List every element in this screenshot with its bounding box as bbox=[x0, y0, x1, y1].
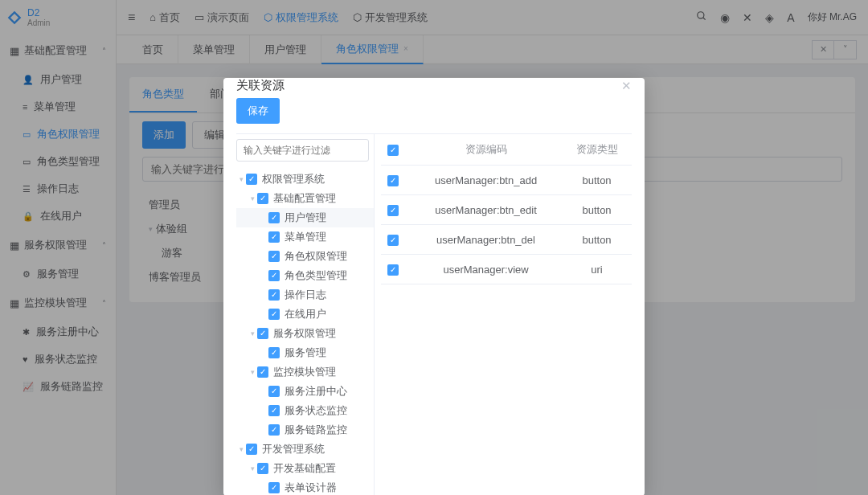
tree-label: 服务链路监控 bbox=[285, 423, 347, 437]
tree-node-0[interactable]: ▾权限管理系统 bbox=[236, 170, 374, 189]
expand-icon[interactable]: ▾ bbox=[248, 194, 257, 202]
resource-table: 资源编码 资源类型 userManager:btn_addbuttonuserM… bbox=[381, 134, 632, 284]
cell-type: uri bbox=[562, 255, 632, 284]
tree-label: 基础配置管理 bbox=[273, 191, 336, 206]
tree-checkbox[interactable] bbox=[257, 328, 268, 339]
tree-checkbox[interactable] bbox=[268, 424, 280, 436]
table-row: userManager:viewuri bbox=[381, 255, 632, 284]
tree-checkbox[interactable] bbox=[268, 309, 280, 320]
tree-node-1[interactable]: ▾基础配置管理 bbox=[236, 189, 374, 208]
tree-label: 菜单管理 bbox=[285, 230, 326, 244]
cell-code: userManager:btn_del bbox=[410, 225, 562, 255]
tree-checkbox[interactable] bbox=[268, 482, 280, 493]
tree-checkbox[interactable] bbox=[268, 212, 280, 223]
tree-checkbox[interactable] bbox=[257, 366, 268, 378]
col-code: 资源编码 bbox=[410, 134, 562, 166]
tree-label: 开发管理系统 bbox=[262, 442, 325, 456]
row-checkbox[interactable] bbox=[387, 205, 399, 216]
tree-node-4[interactable]: ▸角色权限管理 bbox=[236, 247, 374, 266]
row-checkbox[interactable] bbox=[387, 235, 399, 246]
tree-checkbox[interactable] bbox=[268, 231, 280, 243]
cell-type: button bbox=[562, 225, 632, 255]
expand-icon[interactable]: ▾ bbox=[248, 368, 257, 376]
modal: 关联资源 ✕ 保存 ▾权限管理系统▾基础配置管理▸用户管理▸菜单管理▸角色权限管… bbox=[223, 78, 645, 495]
tree-checkbox[interactable] bbox=[257, 463, 268, 474]
tree-checkbox[interactable] bbox=[268, 386, 280, 397]
tree-node-7[interactable]: ▸在线用户 bbox=[236, 305, 374, 324]
row-checkbox[interactable] bbox=[387, 175, 399, 186]
tree-node-13[interactable]: ▸服务链路监控 bbox=[236, 420, 374, 440]
tree-checkbox[interactable] bbox=[268, 347, 280, 358]
expand-icon[interactable]: ▾ bbox=[236, 445, 246, 453]
tree-label: 操作日志 bbox=[285, 288, 326, 302]
modal-title: 关联资源 bbox=[236, 78, 285, 93]
cell-code: userManager:view bbox=[410, 255, 562, 284]
tree-label: 服务管理 bbox=[285, 346, 326, 360]
tree-label: 在线用户 bbox=[285, 307, 326, 321]
tree-node-6[interactable]: ▸操作日志 bbox=[236, 285, 374, 305]
save-button[interactable]: 保存 bbox=[236, 98, 280, 124]
tree-checkbox[interactable] bbox=[257, 193, 268, 204]
close-icon[interactable]: ✕ bbox=[621, 79, 632, 93]
tree-node-2[interactable]: ▸用户管理 bbox=[236, 208, 374, 227]
cell-code: userManager:btn_add bbox=[410, 166, 562, 195]
table-row: userManager:btn_editbutton bbox=[381, 195, 632, 225]
table-row: userManager:btn_delbutton bbox=[381, 225, 632, 255]
tree-node-15[interactable]: ▾开发基础配置 bbox=[236, 459, 374, 478]
tree-checkbox[interactable] bbox=[268, 251, 280, 262]
tree-label: 监控模块管理 bbox=[273, 365, 336, 379]
tree-label: 用户管理 bbox=[285, 211, 326, 225]
tree-node-16[interactable]: ▸表单设计器 bbox=[236, 478, 374, 495]
tree-label: 开发基础配置 bbox=[273, 461, 336, 476]
tree-checkbox[interactable] bbox=[246, 444, 257, 455]
tree-node-12[interactable]: ▸服务状态监控 bbox=[236, 401, 374, 420]
tree-label: 表单设计器 bbox=[285, 481, 337, 495]
expand-icon[interactable]: ▾ bbox=[236, 175, 246, 183]
tree-label: 角色类型管理 bbox=[285, 268, 347, 283]
cell-type: button bbox=[562, 166, 632, 195]
tree-node-11[interactable]: ▸服务注册中心 bbox=[236, 382, 374, 401]
tree-checkbox[interactable] bbox=[268, 289, 280, 301]
tree-checkbox[interactable] bbox=[268, 405, 280, 416]
tree-checkbox[interactable] bbox=[268, 270, 280, 281]
expand-icon[interactable]: ▾ bbox=[248, 464, 257, 472]
tree-label: 服务状态监控 bbox=[285, 403, 347, 418]
expand-icon[interactable]: ▾ bbox=[248, 329, 257, 338]
tree-node-5[interactable]: ▸角色类型管理 bbox=[236, 266, 374, 285]
tree-node-9[interactable]: ▸服务管理 bbox=[236, 343, 374, 362]
tree-label: 服务注册中心 bbox=[285, 384, 347, 399]
tree-node-14[interactable]: ▾开发管理系统 bbox=[236, 440, 374, 459]
tree-label: 角色权限管理 bbox=[285, 249, 347, 264]
tree-search-input[interactable] bbox=[236, 139, 369, 162]
tree-label: 权限管理系统 bbox=[262, 172, 325, 186]
col-type: 资源类型 bbox=[562, 134, 632, 166]
select-all-checkbox[interactable] bbox=[387, 145, 399, 156]
table-row: userManager:btn_addbutton bbox=[381, 166, 632, 195]
row-checkbox[interactable] bbox=[387, 264, 399, 276]
tree-node-3[interactable]: ▸菜单管理 bbox=[236, 227, 374, 247]
resource-tree: ▾权限管理系统▾基础配置管理▸用户管理▸菜单管理▸角色权限管理▸角色类型管理▸操… bbox=[236, 166, 374, 495]
cell-code: userManager:btn_edit bbox=[410, 195, 562, 225]
tree-node-8[interactable]: ▾服务权限管理 bbox=[236, 324, 374, 343]
cell-type: button bbox=[562, 195, 632, 225]
tree-checkbox[interactable] bbox=[246, 174, 257, 185]
tree-node-10[interactable]: ▾监控模块管理 bbox=[236, 362, 374, 382]
tree-label: 服务权限管理 bbox=[273, 326, 336, 341]
